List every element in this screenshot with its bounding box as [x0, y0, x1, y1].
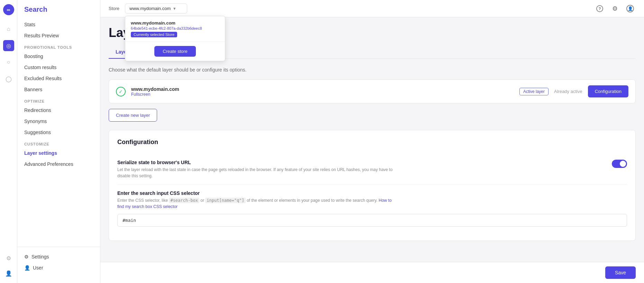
sidebar-section-promotional: PROMOTIONAL TOOLS — [17, 41, 100, 51]
settings-icon: ⚙ — [24, 254, 29, 260]
user-circle-icon: 👤 — [24, 265, 30, 271]
store-select-wrapper: www.mydomain.com ▾ www.mydomain.com 64bd… — [125, 3, 187, 13]
config-row-css-selector: Enter the search input CSS selector Ente… — [117, 185, 627, 232]
config-css-desc: Enter the CSS selector, like #search-box… — [117, 197, 394, 210]
config-row-serialize-text: Serialize state to browser's URL Let the… — [117, 160, 394, 179]
sidebar-item-layer-settings[interactable]: Layer settings — [17, 148, 100, 159]
layer-domain: www.mydomain.com — [131, 86, 514, 92]
currently-selected-badge: Currently selected Store — [131, 32, 177, 37]
layer-type: Fullscreen — [131, 92, 514, 97]
serialize-toggle[interactable] — [612, 160, 627, 168]
configuration-button[interactable]: Configuration — [588, 85, 628, 97]
layer-check-icon: ✓ — [116, 87, 126, 96]
already-active-text: Already active — [554, 89, 582, 94]
store-label: Store — [109, 6, 119, 11]
layer-card: ✓ www.mydomain.com Fullscreen Active lay… — [109, 79, 636, 103]
user-bottom-icon[interactable]: 👤 — [3, 268, 14, 279]
store-select-button[interactable]: www.mydomain.com ▾ — [125, 3, 187, 13]
sidebar-item-stats[interactable]: Stats — [17, 19, 100, 30]
sidebar-item-advanced-preferences[interactable]: Advanced Preferences — [17, 159, 100, 170]
topbar-right: ? ⚙ 👤 — [594, 3, 636, 14]
layer-info: www.mydomain.com Fullscreen — [131, 86, 514, 97]
sidebar-title: Search — [17, 6, 100, 19]
sidebar-user-item[interactable]: 👤 User — [17, 262, 100, 273]
sidebar-item-suggestions[interactable]: Suggestions — [17, 127, 100, 138]
sidebar-item-results-preview[interactable]: Results Preview — [17, 30, 100, 41]
search-person-icon[interactable]: ◎ — [3, 40, 14, 51]
dropdown-domain: www.mydomain.com — [131, 20, 219, 26]
dropdown-store-item[interactable]: www.mydomain.com 64bde541-ecbe-4fc2-807a… — [125, 16, 225, 42]
config-row-serialize-header: Serialize state to browser's URL Let the… — [117, 160, 627, 179]
config-row-serialize: Serialize state to browser's URL Let the… — [117, 154, 627, 185]
create-new-layer-button[interactable]: Create new layer — [109, 109, 157, 122]
chevron-down-icon: ▾ — [173, 6, 176, 11]
sidebar-section-optimize: OPTIMIZE — [17, 95, 100, 105]
home-icon[interactable]: ⌂ — [3, 23, 14, 35]
page-subtitle: Choose what the default layer should be … — [109, 67, 636, 73]
toggle-slider-serialize — [612, 160, 627, 168]
store-select-value: www.mydomain.com — [129, 6, 171, 11]
person-circle-icon[interactable]: ○ — [3, 57, 14, 68]
config-serialize-label: Serialize state to browser's URL — [117, 160, 394, 165]
topbar: Store www.mydomain.com ▾ www.mydomain.co… — [100, 0, 644, 17]
config-css-label: Enter the search input CSS selector — [117, 190, 627, 196]
help-icon-button[interactable]: ? — [594, 3, 605, 14]
sidebar-item-banners[interactable]: Banners — [17, 84, 100, 95]
app-logo[interactable]: ∞ — [3, 4, 14, 15]
css-selector-input[interactable] — [117, 214, 627, 227]
sidebar-item-synonyms[interactable]: Synonyms — [17, 116, 100, 127]
store-dropdown: www.mydomain.com 64bde541-ecbe-4fc2-807a… — [125, 16, 225, 61]
sidebar-settings-item[interactable]: ⚙ Settings — [17, 251, 100, 262]
sidebar-item-excluded-results[interactable]: Excluded Results — [17, 73, 100, 84]
icon-bar: ∞ ⌂ ◎ ○ ◯ ⚙ 👤 — [0, 0, 17, 283]
main-content: Store www.mydomain.com ▾ www.mydomain.co… — [100, 0, 644, 283]
sidebar: Search Stats Results Preview PROMOTIONAL… — [17, 0, 100, 283]
gear-icon: ⚙ — [612, 5, 618, 12]
group-circle-icon[interactable]: ◯ — [3, 73, 14, 84]
sidebar-bottom: ⚙ Settings 👤 User — [17, 247, 100, 277]
sidebar-item-boosting[interactable]: Boosting — [17, 51, 100, 62]
checkmark-icon: ✓ — [119, 89, 123, 94]
dropdown-scroll: www.mydomain.com 64bde541-ecbe-4fc2-807a… — [125, 16, 225, 42]
css-selector-help-link[interactable]: How to find my search box CSS selector — [117, 198, 392, 209]
config-serialize-desc: Let the layer reload with the last state… — [117, 167, 394, 179]
dropdown-create-area: Create store — [125, 42, 225, 61]
sidebar-item-custom-results[interactable]: Custom results — [17, 62, 100, 73]
settings-icon-button[interactable]: ⚙ — [609, 3, 620, 14]
dropdown-uuid: 64bde541-ecbe-4fc2-807a-da332b6deec8 — [131, 26, 219, 30]
save-button[interactable]: Save — [605, 266, 636, 279]
create-store-button[interactable]: Create store — [154, 46, 196, 57]
config-section-title: Configuration — [117, 139, 627, 146]
user-avatar-icon: 👤 — [626, 5, 634, 12]
save-bar: Save — [100, 262, 644, 283]
configuration-section: Configuration Serialize state to browser… — [109, 130, 636, 241]
settings-bottom-icon[interactable]: ⚙ — [3, 253, 14, 264]
user-icon-button[interactable]: 👤 — [625, 3, 636, 14]
sidebar-item-redirections[interactable]: Redirections — [17, 105, 100, 116]
active-layer-badge: Active layer — [519, 88, 548, 95]
help-icon: ? — [596, 5, 603, 12]
sidebar-section-customize: CUSTOMIZE — [17, 138, 100, 148]
